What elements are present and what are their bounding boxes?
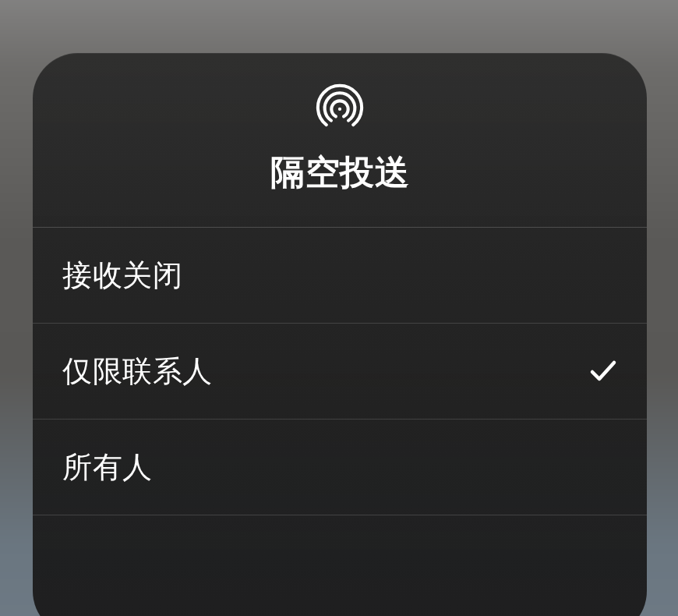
panel-title: 隔空投送 (270, 150, 409, 196)
svg-point-0 (338, 108, 341, 111)
options-list: 接收关闭 仅限联系人 所有人 (33, 228, 647, 515)
panel-header: 隔空投送 (33, 53, 647, 228)
option-receiving-off[interactable]: 接收关闭 (33, 228, 647, 324)
option-label: 接收关闭 (62, 256, 182, 296)
airdrop-panel: 隔空投送 接收关闭 仅限联系人 所有人 (33, 53, 647, 616)
airdrop-icon (316, 83, 364, 131)
option-label: 所有人 (62, 448, 153, 487)
option-contacts-only[interactable]: 仅限联系人 (33, 324, 647, 420)
option-label: 仅限联系人 (62, 352, 213, 391)
checkmark-icon (589, 357, 617, 385)
option-everyone[interactable]: 所有人 (33, 420, 647, 515)
